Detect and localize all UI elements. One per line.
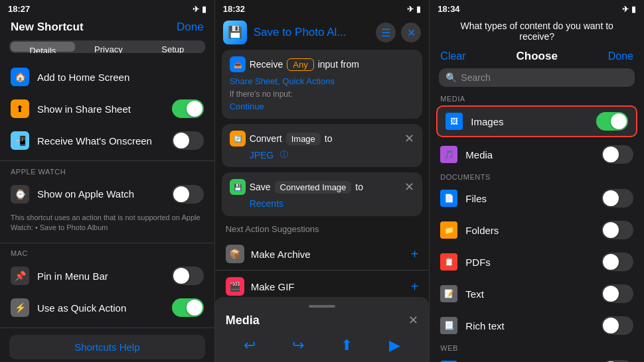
tab-setup[interactable]: Setup <box>141 40 205 53</box>
show-on-watch-label: Show on Apple Watch <box>37 188 164 200</box>
receive-card: 📥 Receive Any input from Share Sheet, Qu… <box>222 50 423 119</box>
settings-icon-btn[interactable]: ☰ <box>376 23 396 42</box>
media-close-btn[interactable]: ✕ <box>408 313 418 328</box>
gif-label: Make GIF <box>251 281 404 292</box>
done-button-p1[interactable]: Done <box>177 21 204 34</box>
add-home-icon: 🏠 <box>11 68 29 86</box>
media-sheet: Media ✕ ↩ ↪ ⬆ ▶ <box>215 297 430 362</box>
files-icon: 📄 <box>440 190 457 207</box>
whats-onscreen-icon: 📲 <box>11 131 29 150</box>
p3-item-rich-text[interactable]: 📃 Rich text <box>430 310 644 341</box>
share-sheet-link[interactable]: Share Sheet, Quick Actions <box>230 75 415 87</box>
status-bar-1: 18:27 ✈ ▮ <box>0 0 214 17</box>
choose-title: Choose <box>517 50 558 63</box>
list-item-show-on-watch[interactable]: ⌚ Show on Apple Watch <box>0 178 214 210</box>
folders-icon: 📁 <box>440 221 457 239</box>
p3-item-pdfs[interactable]: 📋 PDFs <box>430 246 644 278</box>
p3-item-media[interactable]: 🎵 Media <box>430 139 644 170</box>
p1-header: New Shortcut Done <box>0 17 214 40</box>
search-bar[interactable]: 🔍 Search <box>439 68 635 87</box>
jpeg-info-icon: ⓘ <box>280 149 288 160</box>
rotate-left-btn[interactable]: ↩ <box>244 337 256 354</box>
status-time-3: 18:34 <box>438 4 459 14</box>
text-toggle[interactable] <box>602 284 633 303</box>
app-title: Save to Photo Al... <box>247 26 376 39</box>
p3-item-folders[interactable]: 📁 Folders <box>430 214 644 246</box>
quick-action-toggle[interactable] <box>172 298 204 317</box>
receive-icon: 📥 <box>230 56 246 72</box>
quick-action-label: Use as Quick Action <box>37 302 164 314</box>
media-toggle[interactable] <box>602 145 633 164</box>
any-badge[interactable]: Any <box>287 58 313 71</box>
folders-label: Folders <box>465 225 594 236</box>
p3-item-images[interactable]: 🖼 Images <box>436 105 637 137</box>
tab-details[interactable]: Details <box>11 42 75 52</box>
add-gif-btn[interactable]: + <box>411 279 419 294</box>
whats-onscreen-toggle[interactable] <box>172 131 204 150</box>
add-archive-btn[interactable]: + <box>411 247 419 262</box>
p1-title: New Shortcut <box>11 21 84 34</box>
files-label: Files <box>465 193 594 204</box>
recents-row: Recents <box>230 198 415 210</box>
show-on-watch-toggle[interactable] <box>172 185 204 204</box>
list-item-whats-onscreen[interactable]: 📲 Receive What's Onscreen <box>0 125 214 156</box>
image-badge[interactable]: Image <box>286 133 321 145</box>
input-from-text: input from <box>318 59 359 70</box>
airplane-icon: ✈ <box>193 5 199 14</box>
rotate-right-btn[interactable]: ↪ <box>292 337 304 354</box>
list-item-share-sheet[interactable]: ⬆ Show in Share Sheet <box>0 93 214 125</box>
media-label: Media <box>465 149 594 160</box>
rich-text-label: Rich text <box>465 320 594 332</box>
mac-section-label: MAC <box>0 247 214 260</box>
segment-control[interactable]: Details Privacy Setup <box>9 40 205 53</box>
save-card: 💾 Save Converted Image to ✕ Recents <box>222 172 423 216</box>
p3-item-safari[interactable]: 🧭 Safari web pages <box>430 353 644 362</box>
status-icons-3: ✈ ▮ <box>622 5 636 14</box>
p3-item-text[interactable]: 📝 Text <box>430 278 644 310</box>
media-section-label: MEDIA <box>430 92 644 104</box>
p3-item-files[interactable]: 📄 Files <box>430 182 644 214</box>
tab-privacy[interactable]: Privacy <box>76 40 141 53</box>
web-section-label: WEB <box>430 341 644 353</box>
converted-image-badge[interactable]: Converted Image <box>275 181 352 194</box>
suggestion-make-archive[interactable]: 📦 Make Archive + <box>215 238 430 271</box>
done-button-p3[interactable]: Done <box>608 50 633 62</box>
shortcuts-help-button[interactable]: Shortcuts Help <box>9 335 205 359</box>
save-action-text: Save <box>250 182 271 192</box>
text-label: Text <box>465 288 594 300</box>
list-item-pin-menu-bar[interactable]: 📌 Pin in Menu Bar <box>0 260 214 292</box>
convert-to-text: to <box>325 133 333 144</box>
pin-menu-bar-toggle[interactable] <box>172 267 204 285</box>
divider-2 <box>0 243 214 243</box>
files-toggle[interactable] <box>602 189 633 208</box>
gif-icon: 🎬 <box>226 277 244 296</box>
share-media-btn[interactable]: ⬆ <box>341 337 353 354</box>
convert-remove-btn[interactable]: ✕ <box>404 131 414 146</box>
share-sheet-toggle[interactable] <box>172 99 204 118</box>
clear-button[interactable]: Clear <box>440 50 465 62</box>
rich-text-toggle[interactable] <box>602 316 633 335</box>
play-btn[interactable]: ▶ <box>389 337 400 354</box>
save-to-text: to <box>355 182 363 192</box>
watch-note: This shortcut uses an action that is not… <box>0 210 214 239</box>
search-icon: 🔍 <box>445 72 457 83</box>
continue-link[interactable]: Continue <box>230 100 415 112</box>
apple-watch-section-label: APPLE WATCH <box>0 165 214 178</box>
jpeg-label[interactable]: JPEG <box>250 150 274 160</box>
media-sheet-header: Media ✕ <box>226 313 419 328</box>
search-input[interactable]: Search <box>461 72 490 83</box>
convert-icon: 🔄 <box>230 131 246 147</box>
battery-icon: ▮ <box>202 5 206 14</box>
images-toggle[interactable] <box>596 112 628 131</box>
close-icon-btn[interactable]: ✕ <box>401 23 421 42</box>
rich-text-icon: 📃 <box>440 317 457 334</box>
list-item-quick-action[interactable]: ⚡ Use as Quick Action <box>0 292 214 324</box>
save-remove-btn[interactable]: ✕ <box>404 180 414 194</box>
list-item-add-home[interactable]: 🏠 Add to Home Screen <box>0 61 214 93</box>
status-icons-2: ✈ ▮ <box>407 5 421 14</box>
recents-label[interactable]: Recents <box>250 198 283 209</box>
whats-onscreen-label: Receive What's Onscreen <box>37 135 164 147</box>
pdfs-toggle[interactable] <box>602 253 633 271</box>
panel-new-shortcut: 18:27 ✈ ▮ New Shortcut Done Details Priv… <box>0 0 215 362</box>
folders-toggle[interactable] <box>602 221 633 239</box>
